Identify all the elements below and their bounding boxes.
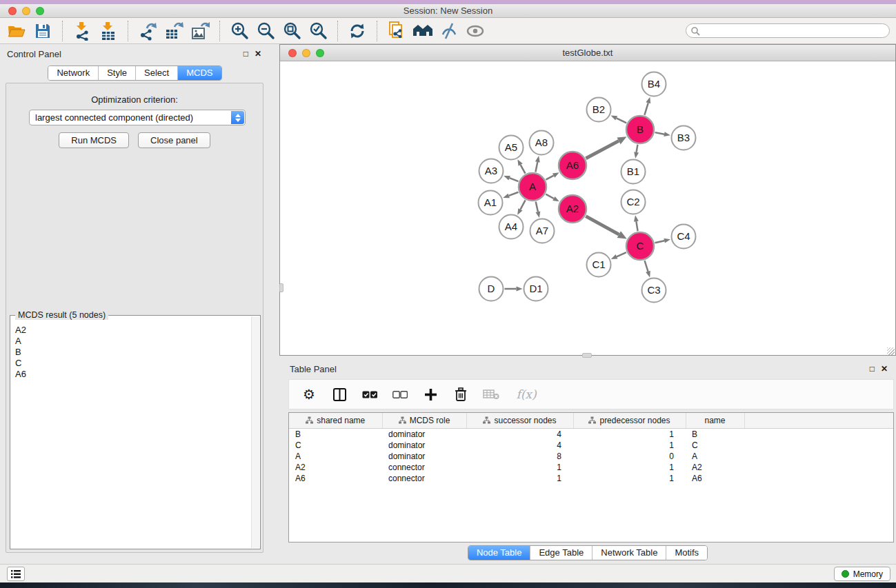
edge-arrowhead-icon: [664, 132, 670, 136]
tab-edge-table[interactable]: Edge Table: [530, 546, 592, 560]
column-header-filler: [744, 413, 893, 428]
export-table-icon[interactable]: [161, 20, 187, 42]
network-canvas[interactable]: A5A8A3AA1A4A7A6A2B2B4BB3B1C2CC4C1C3DD1: [280, 62, 895, 355]
desktop-wallpaper-bottom: [0, 582, 896, 588]
network-edge-B-B4[interactable]: [644, 103, 648, 115]
import-network-icon[interactable]: [69, 20, 95, 42]
column-selector-icon[interactable]: [331, 386, 348, 403]
zoom-out-icon[interactable]: [252, 20, 279, 42]
table-panel-title: Table Panel: [290, 364, 337, 374]
mcds-result-item[interactable]: A: [15, 336, 259, 347]
column-header-MCDS-role[interactable]: MCDS role: [382, 413, 466, 428]
table-cell-filler: [744, 451, 893, 462]
resize-grip-icon[interactable]: [887, 347, 895, 355]
task-history-button[interactable]: [7, 567, 25, 581]
close-table-panel-icon[interactable]: ✕: [881, 365, 888, 373]
eye-slash-icon[interactable]: [436, 20, 462, 42]
import-table-icon[interactable]: [95, 20, 121, 42]
select-all-icon[interactable]: [361, 386, 378, 403]
tab-mcds[interactable]: MCDS: [177, 66, 221, 80]
table-cell: dominator: [382, 451, 466, 462]
mcds-result-item[interactable]: C: [15, 358, 259, 369]
tab-network[interactable]: Network: [48, 66, 98, 80]
tab-network-table[interactable]: Network Table: [592, 546, 666, 560]
network-node-label: C3: [647, 284, 660, 296]
column-header-successor-nodes[interactable]: successor nodes: [466, 413, 573, 428]
network-edge-C-C1[interactable]: [617, 252, 626, 256]
column-header-predecessor-nodes[interactable]: predecessor nodes: [573, 413, 686, 428]
table-cell: A6: [686, 473, 744, 484]
mcds-result-item[interactable]: A6: [15, 369, 259, 380]
search-text-field[interactable]: [700, 26, 889, 37]
network-window-titlebar[interactable]: testGlobe.txt: [280, 45, 895, 61]
mcds-result-item[interactable]: B: [15, 347, 259, 358]
network-edge-A-A1[interactable]: [509, 192, 519, 196]
network-edge-B-B2[interactable]: [617, 118, 627, 123]
float-table-panel-icon[interactable]: □: [870, 365, 875, 373]
network-node-label: A5: [505, 141, 517, 153]
column-header-name[interactable]: name: [686, 413, 744, 428]
network-edge-A6-B[interactable]: [586, 141, 619, 158]
network-edge-A-A4[interactable]: [520, 200, 525, 209]
close-panel-button[interactable]: Close panel: [138, 132, 210, 148]
edge-arrowhead-icon: [664, 239, 670, 243]
save-icon[interactable]: [30, 20, 56, 42]
toolbar-separator: [128, 21, 128, 41]
edge-arrowhead-icon: [517, 159, 522, 166]
network-edge-A-A8[interactable]: [535, 162, 537, 172]
delete-column-icon[interactable]: [452, 386, 469, 403]
network-node-label: A4: [505, 221, 517, 232]
network-edge-C-C2[interactable]: [636, 221, 637, 231]
network-edge-A-A6[interactable]: [546, 176, 553, 180]
zoom-in-icon[interactable]: [226, 20, 252, 42]
network-edge-A2-C[interactable]: [586, 216, 619, 234]
delete-table-icon[interactable]: [483, 386, 499, 403]
zoom-check-icon[interactable]: [305, 20, 331, 42]
export-network-icon[interactable]: [135, 20, 161, 42]
table-row[interactable]: Cdominator41C: [289, 440, 893, 451]
vertical-scroll-handle[interactable]: [279, 283, 283, 292]
table-row[interactable]: A6connector11A6: [289, 473, 893, 484]
result-scrollbar-track[interactable]: [251, 316, 259, 548]
tab-node-table[interactable]: Node Table: [468, 546, 530, 560]
export-image-icon[interactable]: [187, 20, 213, 42]
function-builder-icon[interactable]: f(x): [513, 386, 539, 403]
mcds-result-item[interactable]: A2: [15, 325, 259, 336]
refresh-icon[interactable]: [344, 20, 370, 42]
criterion-dropdown[interactable]: largest connected component (directed): [29, 110, 246, 125]
table-row[interactable]: Adominator80A: [289, 451, 893, 462]
memory-button[interactable]: Memory: [834, 567, 890, 581]
zoom-fit-icon[interactable]: [279, 20, 305, 42]
search-input[interactable]: [686, 23, 890, 38]
run-mcds-button[interactable]: Run MCDS: [59, 132, 129, 148]
tab-style[interactable]: Style: [98, 66, 135, 80]
network-edge-A-A7[interactable]: [536, 201, 538, 212]
network-edge-A-A2[interactable]: [546, 194, 554, 199]
open-folder-icon[interactable]: [3, 20, 30, 42]
add-column-icon[interactable]: [422, 386, 439, 403]
settings-gear-icon[interactable]: ⚙: [301, 386, 317, 403]
tab-motifs[interactable]: Motifs: [666, 546, 707, 560]
table-row[interactable]: A2connector11A2: [289, 462, 893, 473]
table-header-row: shared nameMCDS rolesuccessor nodesprede…: [289, 413, 893, 428]
close-panel-icon[interactable]: ✕: [255, 50, 261, 58]
main-titlebar: Session: New Session: [0, 4, 896, 18]
network-edge-A-A5[interactable]: [521, 165, 526, 174]
edge-arrowhead-icon: [646, 97, 650, 104]
network-edge-C-C3[interactable]: [645, 261, 648, 272]
horizontal-scroll-handle[interactable]: [582, 353, 592, 358]
network-edge-B-B1[interactable]: [637, 145, 638, 152]
tab-select[interactable]: Select: [135, 66, 177, 80]
houses-icon[interactable]: [410, 20, 436, 42]
eye-icon[interactable]: [462, 20, 488, 42]
network-edge-A-A3[interactable]: [510, 178, 519, 181]
table-row[interactable]: Bdominator41B: [289, 428, 893, 440]
deselect-all-icon[interactable]: [392, 386, 408, 403]
document-network-icon[interactable]: [384, 20, 410, 42]
network-edge-B-B3[interactable]: [655, 132, 664, 134]
network-edge-C-C4[interactable]: [655, 241, 664, 243]
column-header-shared-name[interactable]: shared name: [289, 413, 382, 428]
table-cell: A6: [289, 473, 382, 484]
column-header-label: shared name: [317, 416, 365, 425]
float-panel-icon[interactable]: □: [243, 50, 248, 58]
